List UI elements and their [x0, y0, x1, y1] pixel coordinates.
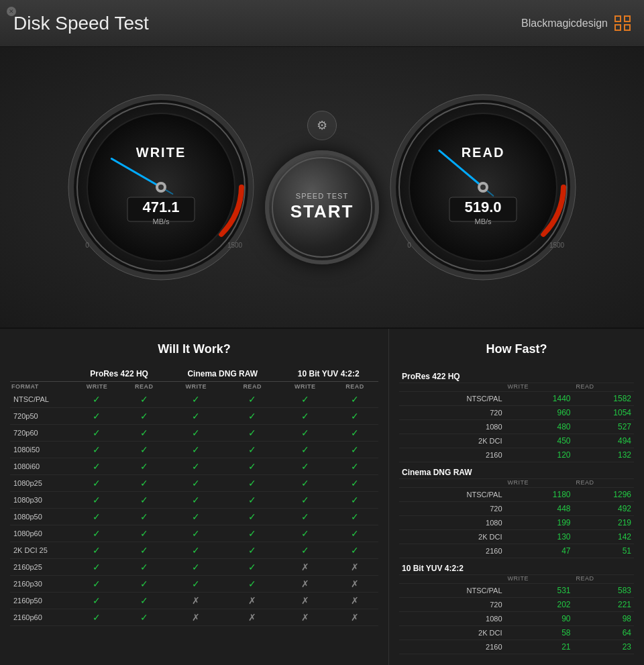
- sh-r3: READ: [331, 382, 378, 392]
- value-cell: ✓: [122, 442, 166, 458]
- read-value: 23: [574, 640, 634, 654]
- check-icon: ✓: [93, 411, 101, 421]
- value-cell: ✓: [331, 492, 378, 509]
- write-value: 199: [505, 516, 574, 530]
- value-cell: ✓: [72, 408, 122, 425]
- check-icon: ✓: [93, 511, 101, 522]
- check-icon: ✓: [248, 461, 256, 472]
- check-icon: ✓: [93, 562, 101, 572]
- row-label: NTSC/PAL: [399, 584, 505, 598]
- start-button[interactable]: SPEED TEST START: [265, 150, 379, 264]
- check-icon: ✓: [140, 427, 148, 438]
- prores-header: ProRes 422 HQ: [72, 366, 166, 382]
- value-cell: ✓: [72, 542, 122, 559]
- app-title: Disk Speed Test: [13, 13, 149, 34]
- check-icon: ✓: [140, 495, 148, 505]
- format-cell: 2K DCI 25: [10, 542, 72, 559]
- format-cell: 2160p60: [10, 609, 72, 626]
- group-header-row: 10 Bit YUV 4:2:2: [399, 558, 634, 575]
- check-icon: ✓: [140, 478, 148, 489]
- read-value: 132: [574, 448, 634, 462]
- row-label: NTSC/PAL: [399, 488, 505, 502]
- list-item: 1080 480 527: [399, 420, 634, 434]
- read-value: 1054: [574, 406, 634, 420]
- write-value: 480: [505, 420, 574, 434]
- cross-icon: ✗: [351, 578, 359, 589]
- cross-icon: ✗: [351, 595, 359, 606]
- cross-icon: ✗: [192, 612, 200, 623]
- value-cell: ✓: [166, 425, 226, 442]
- write-gauge: WRITE 471.1 MB/s 0 1500: [67, 93, 255, 281]
- list-item: NTSC/PAL 531 583: [399, 584, 634, 598]
- check-icon: ✓: [301, 427, 309, 438]
- row-label: 1080: [399, 516, 505, 530]
- col-format: [399, 383, 505, 392]
- check-icon: ✓: [248, 562, 256, 572]
- value-cell: ✓: [279, 408, 332, 425]
- list-item: 1080 199 219: [399, 516, 634, 530]
- center-controls: ⚙ SPEED TEST START: [255, 111, 389, 264]
- value-cell: ✓: [122, 525, 166, 542]
- table-row: 720p50✓✓✓✓✓✓: [10, 408, 378, 425]
- write-gauge-wrapper: WRITE 471.1 MB/s 0 1500: [67, 93, 255, 281]
- close-button[interactable]: ✕: [7, 7, 16, 16]
- list-item: NTSC/PAL 1440 1582: [399, 392, 634, 406]
- check-icon: ✓: [301, 478, 309, 489]
- value-cell: ✓: [279, 525, 332, 542]
- value-cell: ✗: [331, 609, 378, 626]
- value-cell: ✓: [279, 475, 332, 492]
- value-cell: ✓: [122, 408, 166, 425]
- row-label: NTSC/PAL: [399, 392, 505, 406]
- svg-text:471.1: 471.1: [142, 199, 179, 215]
- start-label: START: [290, 201, 354, 222]
- row-label: 720: [399, 502, 505, 516]
- check-icon: ✓: [351, 461, 359, 472]
- value-cell: ✓: [72, 576, 122, 593]
- value-cell: ✓: [122, 458, 166, 475]
- read-gauge: READ 519.0 MB/s 0 1500: [389, 93, 577, 281]
- check-icon: ✓: [93, 478, 101, 489]
- row-label: 1080: [399, 420, 505, 434]
- codec-label: Cinema DNG RAW: [399, 462, 634, 479]
- value-cell: ✓: [226, 492, 279, 509]
- cross-icon: ✗: [301, 612, 309, 623]
- format-cell: 1080p50: [10, 509, 72, 525]
- speed-test-label: SPEED TEST: [296, 192, 348, 200]
- cross-icon: ✗: [192, 595, 200, 606]
- value-cell: ✓: [166, 542, 226, 559]
- write-value: 21: [505, 640, 574, 654]
- value-cell: ✓: [122, 542, 166, 559]
- read-value: 1582: [574, 392, 634, 406]
- value-cell: ✓: [226, 391, 279, 408]
- value-cell: ✗: [166, 609, 226, 626]
- check-icon: ✓: [192, 495, 200, 505]
- read-value: 219: [574, 516, 634, 530]
- value-cell: ✓: [331, 509, 378, 525]
- value-cell: ✓: [331, 391, 378, 408]
- value-cell: ✓: [122, 425, 166, 442]
- check-icon: ✓: [248, 478, 256, 489]
- check-icon: ✓: [140, 511, 148, 522]
- list-item: 2K DCI 58 64: [399, 626, 634, 640]
- list-item: 1080 90 98: [399, 612, 634, 626]
- check-icon: ✓: [351, 411, 359, 421]
- list-item: 2K DCI 450 494: [399, 434, 634, 448]
- row-label: 2K DCI: [399, 434, 505, 448]
- check-icon: ✓: [93, 495, 101, 505]
- check-icon: ✓: [301, 444, 309, 455]
- svg-text:MB/s: MB/s: [474, 217, 492, 225]
- check-icon: ✓: [192, 562, 200, 572]
- read-value: 221: [574, 598, 634, 612]
- check-icon: ✓: [192, 444, 200, 455]
- brand-name: Blackmagicdesign: [521, 17, 608, 30]
- check-icon: ✓: [351, 545, 359, 556]
- settings-button[interactable]: ⚙: [307, 111, 337, 140]
- how-fast-tbody: ProRes 422 HQWRITEREAD NTSC/PAL 1440 158…: [399, 366, 634, 654]
- check-icon: ✓: [93, 444, 101, 455]
- value-cell: ✗: [226, 609, 279, 626]
- value-cell: ✓: [279, 509, 332, 525]
- value-cell: ✓: [166, 559, 226, 576]
- table-row: 1080i50✓✓✓✓✓✓: [10, 442, 378, 458]
- col-format: [399, 479, 505, 488]
- list-item: 2160 21 23: [399, 640, 634, 654]
